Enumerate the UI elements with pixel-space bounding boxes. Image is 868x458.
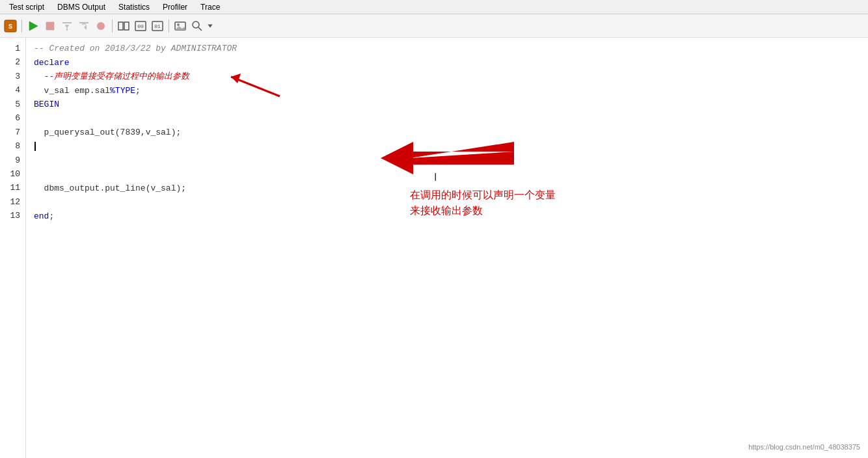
code-line-8 [34,140,860,154]
svg-text:S: S [8,23,12,31]
search-dropdown-arrow[interactable] [206,18,214,34]
code-line-9 [34,154,860,168]
tab-dbms-output[interactable]: DBMS Output [51,1,112,13]
code-line-7: p_querysal_out(7839,v_sal); [34,126,860,140]
svg-rect-11 [124,22,129,30]
svg-marker-2 [29,21,38,31]
editor-container: 1 2 3 4 5 6 7 8 9 10 11 12 13 -- Created… [0,38,868,458]
step-into-button[interactable] [59,18,75,34]
tab-trace[interactable]: Trace [194,1,226,13]
code-line-5: BEGIN [34,98,860,112]
svg-rect-3 [46,22,54,30]
sep2 [112,20,113,33]
svg-rect-4 [62,22,72,23]
image-button[interactable] [172,18,188,34]
code-line-6 [34,112,860,126]
code-area[interactable]: -- Created on 2018/3/22 by ADMINISTRATOR… [26,38,868,458]
layout-button[interactable] [116,18,131,34]
step-over-button[interactable] [76,18,92,34]
svg-point-9 [97,22,105,30]
code-line-2: declare [34,56,860,70]
annotation-text: 在调用的时候可以声明一个变量 来接收输出参数 [410,187,556,219]
watermark: https://blog.csdn.net/m0_48038375 [748,441,860,453]
svg-marker-5 [65,25,69,29]
tab-test-script[interactable]: Test script [3,1,51,13]
svg-marker-18 [175,26,185,30]
search-button[interactable] [189,18,205,34]
svg-rect-10 [118,22,123,30]
sep1 [21,20,22,33]
svg-marker-8 [84,25,87,30]
code-line-3: --声明变量接受存储过程中的输出参数 [34,70,860,84]
sep3 [169,20,169,33]
svg-rect-6 [66,29,68,31]
svg-text:01: 01 [154,23,161,29]
code-line-1: -- Created on 2018/3/22 by ADMINISTRATOR [34,42,860,56]
code-line-10 [34,168,860,182]
svg-point-19 [193,21,199,28]
tab-bar: Test script DBMS Output Statistics Profi… [0,0,868,14]
counter-icon-2[interactable]: 01 [150,18,165,34]
app-icon: S [3,18,18,34]
svg-text:00: 00 [137,23,144,29]
svg-line-20 [198,27,202,31]
run-button[interactable] [25,18,41,34]
svg-marker-21 [208,24,212,27]
counter-icon-1[interactable]: 00 [133,18,148,34]
code-line-4: v_sal emp.sal%TYPE; [34,84,860,98]
tab-statistics[interactable]: Statistics [112,1,156,13]
toolbar: S [0,14,868,38]
stop-button[interactable] [42,18,58,34]
svg-point-17 [177,23,180,26]
svg-rect-7 [79,22,88,23]
line-numbers: 1 2 3 4 5 6 7 8 9 10 11 12 13 [0,38,26,458]
breakpoint-button[interactable] [93,18,109,34]
tab-profiler[interactable]: Profiler [156,1,194,13]
